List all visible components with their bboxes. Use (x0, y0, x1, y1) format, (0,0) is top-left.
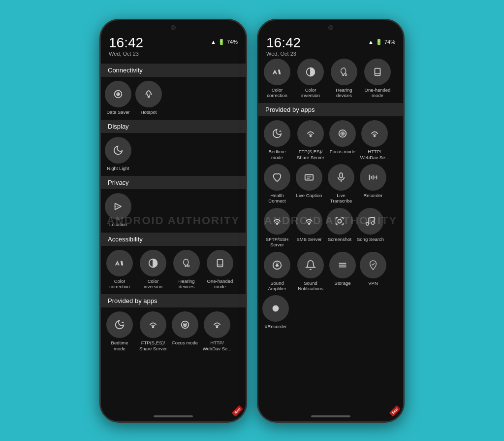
tile-health-connect[interactable]: Health Connect (262, 164, 292, 204)
tile-icon-hotspot (135, 81, 162, 107)
tiles-provided-right: Bedtime mode FTP(S,ES)/ Share Server Foc… (258, 118, 403, 332)
tile-bedtime-r[interactable]: Bedtime mode (262, 120, 292, 160)
tile-label-data-saver: Data Saver (106, 109, 130, 115)
tile-ftp-left[interactable]: FTP(S,ES)/ Share Server (138, 311, 168, 351)
tile-label-hotspot: Hotspot (141, 109, 157, 115)
tile-label-color-inversion: Color inversion (138, 278, 168, 290)
svg-point-26 (374, 136, 376, 137)
tile-http-left[interactable]: HTTP/ WebDav Se... (202, 311, 232, 351)
status-icons-left: ▲ 🔋 74% (211, 36, 238, 45)
tile-color-correction-r[interactable]: Color correction (262, 59, 292, 99)
tile-screenshot[interactable]: Screenshot (326, 208, 353, 248)
battery-icon-right: 🔋 (376, 39, 382, 45)
status-icons-right: ▲ 🔋 74% (368, 36, 395, 45)
tile-focus-left[interactable]: Focus mode (172, 311, 198, 351)
tile-color-correction[interactable]: Color correction (105, 250, 134, 290)
status-bar-right: 16:42 Wed, Oct 23 ▲ 🔋 74% (258, 32, 403, 59)
tiles-display: Night Light (101, 135, 246, 173)
tile-hearing-r[interactable]: Hearing devices (329, 59, 359, 99)
tile-location[interactable]: Location (105, 193, 131, 227)
tile-label-hearing-devices: Hearing devices (172, 278, 201, 290)
tiles-accessibility: Color correction Color inversion (101, 248, 246, 292)
phone-screen-left[interactable]: 16:42 Wed, Oct 23 ▲ 🔋 74% Connectivity (101, 32, 246, 411)
tile-live-transcribe[interactable]: Live Transcribe (326, 164, 356, 204)
phone-top-bar-left (101, 20, 246, 32)
tile-xrecorder[interactable]: XRecorder (262, 295, 289, 329)
tile-bedtime-left[interactable]: Bedtime mode (105, 311, 134, 351)
tile-focus-r[interactable]: Focus mode (329, 120, 356, 160)
tile-color-inversion-r[interactable]: Color inversion (296, 59, 325, 99)
qs-area-left: Connectivity Data Saver Hots (101, 59, 246, 358)
home-bar-right (311, 415, 350, 417)
phone-bottom-left (101, 411, 246, 421)
tile-label-recorder: Recorder (363, 193, 382, 198)
tile-hotspot[interactable]: Hotspot (135, 81, 162, 115)
svg-point-22 (310, 136, 312, 137)
tile-sound-notifications[interactable]: Sound Notifications (296, 252, 325, 292)
phone-bottom-right (258, 411, 403, 421)
tile-icon-color-inversion-r (297, 59, 324, 85)
battery-icon-left: 🔋 (218, 39, 225, 45)
tile-icon-storage (329, 252, 356, 278)
tile-one-handed-r[interactable]: One-handed mode (363, 59, 392, 99)
tile-label-color-correction-r: Color correction (262, 87, 292, 99)
tile-data-saver[interactable]: Data Saver (105, 81, 131, 115)
section-privacy: Privacy (101, 176, 246, 189)
battery-pct-left: 74% (227, 39, 238, 45)
tile-label-screenshot: Screenshot (328, 237, 351, 242)
tile-ftp-r[interactable]: FTP(S,ES)/ Share Server (296, 120, 325, 160)
wifi-icon-left: ▲ (211, 39, 216, 45)
date-left: Wed, Oct 23 (109, 51, 143, 57)
tile-vpn[interactable]: VPN (360, 252, 386, 292)
tile-hearing-devices[interactable]: Hearing devices (172, 250, 201, 290)
phone-left-body: 16:42 Wed, Oct 23 ▲ 🔋 74% Connectivity (99, 19, 247, 423)
tile-http-r[interactable]: HTTP/ WebDav Se... (360, 120, 389, 160)
phone-right: 16:42 Wed, Oct 23 ▲ 🔋 74% (257, 19, 405, 423)
battery-pct-right: 74% (384, 39, 395, 45)
tile-icon-http-r (361, 120, 388, 147)
tile-night-light[interactable]: Night Light (105, 137, 131, 171)
section-display: Display (101, 120, 246, 133)
section-provided-apps-left: Provided by apps (101, 294, 246, 307)
tile-live-caption[interactable]: Live Caption (296, 164, 322, 204)
tile-recorder[interactable]: Recorder (360, 164, 386, 204)
section-connectivity: Connectivity (101, 64, 246, 77)
tile-icon-focus-r (329, 120, 356, 147)
phone-left: 16:42 Wed, Oct 23 ▲ 🔋 74% Connectivity (99, 19, 247, 423)
tile-icon-sound-notifications (297, 252, 324, 278)
tile-icon-color-correction-r (264, 59, 290, 85)
tile-label-night-light: Night Light (107, 166, 129, 171)
svg-rect-11 (218, 259, 223, 267)
tile-icon-smb (296, 208, 322, 235)
tile-icon-screenshot (326, 208, 353, 235)
phone-right-body: 16:42 Wed, Oct 23 ▲ 🔋 74% (257, 19, 405, 423)
tile-smb[interactable]: SMB Server (296, 208, 322, 248)
tile-icon-song-search (357, 208, 383, 235)
tile-label-location: Location (109, 222, 127, 227)
tile-song-search[interactable]: Song Search (357, 208, 384, 248)
status-bar-left: 16:42 Wed, Oct 23 ▲ 🔋 74% (101, 32, 246, 59)
svg-point-47 (273, 306, 279, 311)
time-left: 16:42 (109, 36, 143, 50)
tile-one-handed[interactable]: One-handed mode (205, 250, 235, 290)
tile-label-one-handed-r: One-handed mode (363, 87, 392, 99)
svg-point-43 (277, 264, 278, 266)
svg-point-37 (277, 223, 278, 225)
svg-line-5 (115, 204, 122, 206)
tile-storage[interactable]: Storage (329, 252, 356, 292)
svg-rect-20 (375, 68, 380, 75)
tile-label-storage: Storage (334, 280, 350, 286)
svg-point-13 (153, 327, 154, 328)
camera-right (328, 25, 333, 30)
phone-screen-right[interactable]: 16:42 Wed, Oct 23 ▲ 🔋 74% (258, 32, 403, 411)
tile-sftp[interactable]: SFTP/SSH Server (262, 208, 292, 248)
tiles-connectivity: Data Saver Hotspot (101, 79, 246, 117)
tile-color-inversion[interactable]: Color inversion (138, 250, 168, 290)
section-accessibility: Accessibility (101, 233, 246, 246)
tile-sound-amplifier[interactable]: Sound Amplifier (262, 252, 292, 292)
tile-label-http-r: HTTP/ WebDav Se... (360, 149, 389, 160)
time-right: 16:42 (266, 36, 301, 50)
tile-icon-sound-amplifier (264, 252, 290, 278)
tile-label-focus-r: Focus mode (330, 149, 355, 154)
tile-label-sound-notifications: Sound Notifications (296, 280, 325, 292)
